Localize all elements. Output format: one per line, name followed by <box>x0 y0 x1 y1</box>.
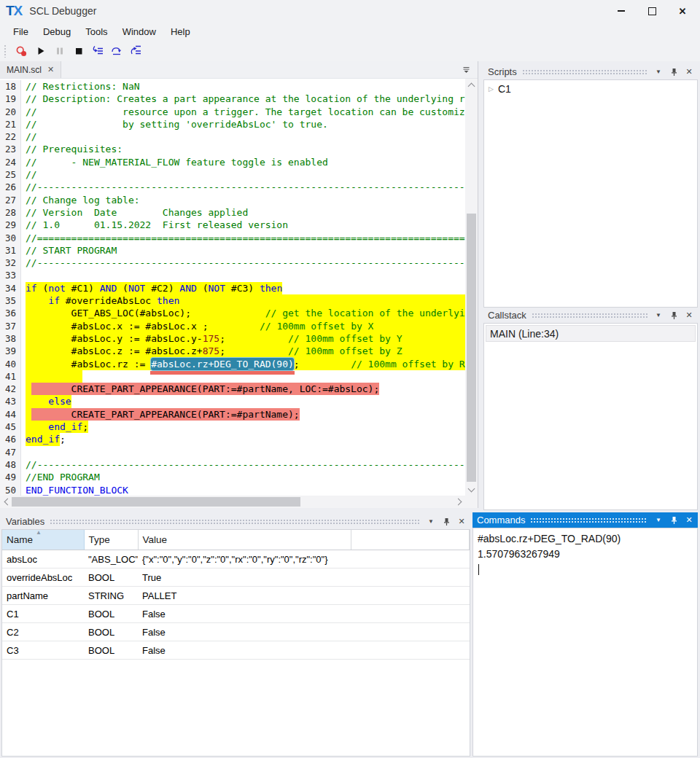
code-segment: NOT <box>128 282 145 294</box>
panel-close-button[interactable]: ✕ <box>683 515 695 526</box>
breakpoint-button[interactable] <box>14 43 29 59</box>
expander-icon[interactable]: ▷ <box>489 85 494 93</box>
minimize-icon <box>618 10 625 12</box>
table-row[interactable]: overrideAbsLocBOOLTrue <box>2 568 470 587</box>
panel-close-button[interactable]: ✕ <box>683 66 695 78</box>
table-row[interactable]: absLoc"ABS_LOC"{"x":"0","y":"0","z":"0",… <box>2 550 470 568</box>
code-line[interactable]: 23// Prerequisites: <box>0 143 465 155</box>
code-line[interactable]: 38 #absLoc.y := #absLoc.y-175; // 100mm … <box>0 332 465 345</box>
code-line[interactable]: 20// resource upon a trigger. The target… <box>0 106 465 118</box>
code-line[interactable]: 50END_FUNCTION_BLOCK <box>0 484 465 496</box>
code-line[interactable]: 39 #absLoc.z := #absLoc.z+875; // 100mm … <box>0 345 465 357</box>
panel-close-button[interactable]: ✕ <box>456 516 467 528</box>
code-line[interactable]: 18// Restrictions: NaN <box>0 80 465 93</box>
minimize-button[interactable] <box>611 1 631 20</box>
code-segment: #absLoc.y := #absLoc.y- <box>26 332 203 345</box>
column-header-spacer[interactable] <box>351 530 470 550</box>
vertical-scroll-thumb[interactable] <box>467 214 476 482</box>
code-line[interactable]: 46end_if; <box>0 433 465 445</box>
code-line[interactable]: 40 #absLoc.rz := #absLoc.rz+DEG_TO_RAD(9… <box>0 358 465 370</box>
scroll-up-arrow[interactable] <box>465 79 478 91</box>
panel-pin-button[interactable] <box>668 310 680 321</box>
variable-name: absLoc <box>2 550 84 568</box>
code-segment: // Prerequisites: <box>26 143 122 155</box>
vertical-scrollbar[interactable] <box>465 79 478 496</box>
code-line[interactable]: 48//------------------------------------… <box>0 458 465 471</box>
scroll-down-arrow[interactable] <box>465 483 478 496</box>
stop-button[interactable] <box>71 43 86 59</box>
code-line[interactable]: 49//END PROGRAM <box>0 471 465 483</box>
code-line[interactable]: 32//------------------------------------… <box>0 257 465 269</box>
code-line[interactable]: 37 #absLoc.x := #absLoc.x ; // 100mm off… <box>0 320 465 332</box>
column-header-type[interactable]: Type <box>84 530 138 550</box>
horizontal-scroll-thumb[interactable] <box>12 497 300 507</box>
code-segment: // Restrictions: NaN <box>26 80 140 93</box>
code-line[interactable]: 19// Description: Creates a part appeara… <box>0 93 465 105</box>
tab-close-icon[interactable]: ✕ <box>47 66 54 74</box>
code-area[interactable]: 18// Restrictions: NaN19// Description: … <box>0 79 465 496</box>
code-line[interactable]: 28// Version Date Changes applied <box>0 206 465 219</box>
code-line[interactable]: 30//====================================… <box>0 232 465 244</box>
code-line[interactable]: 21// by setting 'overrideAbsLoc' to true… <box>0 118 465 130</box>
code-line[interactable]: 34if (not #C1) AND (NOT #C2) AND (NOT #C… <box>0 282 465 294</box>
code-segment: // START PROGRAM <box>26 244 117 257</box>
scroll-left-arrow[interactable] <box>0 496 12 508</box>
scroll-right-arrow[interactable] <box>453 496 465 508</box>
menu-item-file[interactable]: File <box>6 24 36 39</box>
panel-menu-button[interactable]: ▼ <box>653 310 664 321</box>
pause-button[interactable] <box>52 43 67 59</box>
code-line[interactable]: 35 if #overrideAbsLoc then <box>0 294 465 307</box>
table-row[interactable]: C2BOOLFalse <box>2 623 470 641</box>
tab-list-dropdown[interactable] <box>462 66 470 74</box>
step-out-button[interactable] <box>128 43 143 59</box>
maximize-icon <box>648 7 656 15</box>
panel-menu-button[interactable]: ▼ <box>425 516 437 528</box>
code-editor[interactable]: 18// Restrictions: NaN19// Description: … <box>0 79 478 508</box>
run-button[interactable] <box>33 43 48 59</box>
column-header-value[interactable]: Value <box>138 530 351 550</box>
table-row[interactable]: C1BOOLFalse <box>2 605 470 623</box>
panel-pin-button[interactable] <box>668 515 680 526</box>
code-line[interactable]: 29// 1.0 01.15.2022 First released versi… <box>0 219 465 231</box>
code-line[interactable]: 44 CREATE_PART_APPEARANCE(PART:=#partNam… <box>0 408 465 421</box>
step-into-button[interactable] <box>90 43 105 59</box>
code-line[interactable]: 45 end_if; <box>0 421 465 433</box>
code-line[interactable]: 43 else <box>0 395 465 407</box>
close-button[interactable]: ✕ <box>672 1 693 20</box>
code-line[interactable]: 25// <box>0 168 465 181</box>
code-line[interactable]: 42 CREATE_PART_APPEARANCE(PART:=#partNam… <box>0 383 465 395</box>
table-row[interactable]: partNameSTRINGPALLET <box>2 587 470 605</box>
panel-menu-button[interactable]: ▼ <box>653 515 664 526</box>
callstack-frame[interactable]: MAIN (Line:34) <box>486 325 696 342</box>
table-row[interactable]: C3BOOLFalse <box>2 641 470 660</box>
panel-menu-button[interactable]: ▼ <box>653 66 664 78</box>
code-line[interactable]: 36 GET_ABS_LOC(#absLoc); // get the loca… <box>0 307 465 319</box>
column-header-name[interactable]: Name▲ <box>2 530 84 550</box>
menu-item-debug[interactable]: Debug <box>36 24 78 39</box>
code-line[interactable]: 26//------------------------------------… <box>0 181 465 193</box>
panel-drag-texture <box>530 517 648 523</box>
maximize-button[interactable] <box>642 1 662 20</box>
toolbar-grip[interactable] <box>4 44 7 58</box>
scripts-tree-item[interactable]: ▷C1 <box>484 80 697 98</box>
variables-panel-header: Variables ▼ ✕ <box>1 514 470 529</box>
line-number: 48 <box>0 458 21 471</box>
menu-item-help[interactable]: Help <box>163 24 198 39</box>
commands-console[interactable]: #absLoc.rz+DEG_TO_RAD(90)1.5707963267949 <box>472 528 698 757</box>
panel-drag-texture <box>522 69 648 75</box>
panel-pin-button[interactable] <box>668 66 680 78</box>
code-line[interactable]: 24// - NEW_MATERIAL_FLOW feature toggle … <box>0 156 465 168</box>
code-line[interactable]: 27// Change log table: <box>0 194 465 206</box>
step-over-button[interactable] <box>109 43 124 59</box>
code-line[interactable]: 31// START PROGRAM <box>0 244 465 257</box>
menu-item-window[interactable]: Window <box>115 24 163 39</box>
menu-item-tools[interactable]: Tools <box>78 24 114 39</box>
code-line[interactable]: 47 <box>0 446 465 458</box>
panel-pin-button[interactable] <box>440 516 452 528</box>
code-line[interactable]: 33 <box>0 269 465 281</box>
panel-close-button[interactable]: ✕ <box>683 310 695 321</box>
horizontal-scrollbar[interactable] <box>0 496 465 508</box>
tab-main-scl[interactable]: MAIN.scl ✕ <box>0 61 61 78</box>
code-segment: // <box>26 130 37 143</box>
code-line[interactable]: 22// <box>0 130 465 143</box>
